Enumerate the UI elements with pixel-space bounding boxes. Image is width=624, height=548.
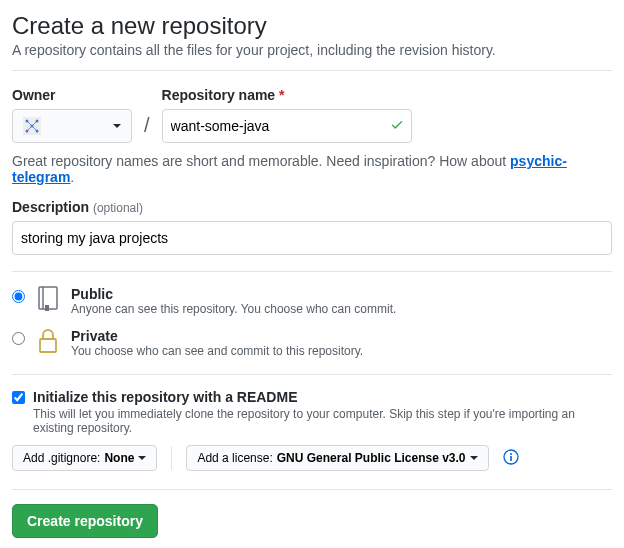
visibility-private-radio[interactable] xyxy=(12,332,25,345)
owner-repo-slash: / xyxy=(142,114,152,143)
initialize-desc: This will let you immediately clone the … xyxy=(33,407,612,435)
public-desc: Anyone can see this repository. You choo… xyxy=(71,302,396,316)
public-title: Public xyxy=(71,286,396,302)
divider xyxy=(171,446,172,470)
page-title: Create a new repository xyxy=(12,12,612,40)
caret-down-icon xyxy=(138,456,146,460)
svg-rect-13 xyxy=(510,456,512,461)
lock-icon xyxy=(35,328,61,354)
svg-point-12 xyxy=(510,453,512,455)
divider xyxy=(12,489,612,490)
page-subtitle: A repository contains all the files for … xyxy=(12,42,612,58)
divider xyxy=(12,374,612,375)
check-icon xyxy=(390,118,404,135)
owner-label: Owner xyxy=(12,87,132,103)
description-label: Description (optional) xyxy=(12,199,612,215)
owner-avatar-icon xyxy=(23,117,41,135)
add-gitignore-button[interactable]: Add .gitignore: None xyxy=(12,445,157,471)
owner-select[interactable] xyxy=(12,109,132,143)
description-input[interactable] xyxy=(12,221,612,255)
private-desc: You choose who can see and commit to thi… xyxy=(71,344,363,358)
initialize-title: Initialize this repository with a README xyxy=(33,389,612,405)
repo-name-label: Repository name * xyxy=(162,87,412,103)
caret-down-icon xyxy=(113,124,121,128)
repo-name-input[interactable] xyxy=(162,109,412,143)
svg-rect-9 xyxy=(45,305,49,311)
info-icon[interactable] xyxy=(503,449,519,468)
divider xyxy=(12,271,612,272)
repo-name-hint: Great repository names are short and mem… xyxy=(12,153,612,185)
initialize-readme-checkbox[interactable] xyxy=(12,391,25,404)
add-license-button[interactable]: Add a license: GNU General Public Licens… xyxy=(186,445,488,471)
create-repository-button[interactable]: Create repository xyxy=(12,504,158,538)
visibility-public-radio[interactable] xyxy=(12,290,25,303)
repo-icon xyxy=(35,286,61,312)
caret-down-icon xyxy=(470,456,478,460)
private-title: Private xyxy=(71,328,363,344)
divider xyxy=(12,70,612,71)
svg-rect-10 xyxy=(40,339,56,352)
